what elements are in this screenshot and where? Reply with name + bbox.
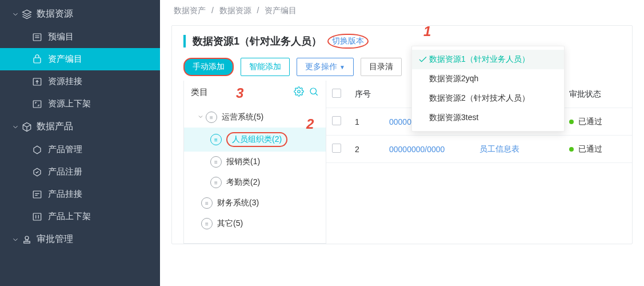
list-bullet-icon: ≡ bbox=[210, 177, 222, 188]
svg-point-25 bbox=[310, 88, 317, 94]
svg-marker-0 bbox=[23, 10, 31, 14]
sidebar-item-asset-catalog[interactable]: 资产编目 bbox=[0, 48, 160, 70]
tree-node-label: 财务系统(3) bbox=[217, 198, 259, 208]
svg-rect-14 bbox=[33, 191, 41, 198]
sidebar-group-approval[interactable]: 审批管理 bbox=[0, 228, 160, 251]
svg-rect-21 bbox=[24, 241, 30, 243]
svg-rect-4 bbox=[34, 58, 41, 63]
sidebar-item-label: 产品上下架 bbox=[48, 211, 91, 222]
cube-icon bbox=[21, 122, 33, 132]
sidebar-item-label: 产品管理 bbox=[48, 144, 82, 155]
sidebar-group-label: 数据资源 bbox=[37, 8, 73, 20]
sidebar-item-product-manage[interactable]: 产品管理 bbox=[0, 138, 160, 161]
sidebar-item-label: 资源上下架 bbox=[48, 98, 91, 109]
check-icon bbox=[418, 54, 429, 65]
dropdown-item-label: 数据资源2yqh bbox=[429, 74, 478, 84]
sidebar-item-product-register[interactable]: 产品注册 bbox=[0, 161, 160, 183]
tree-node-label: 其它(5) bbox=[217, 219, 243, 229]
dropdown-item[interactable]: 数据资源1（针对业务人员） bbox=[412, 50, 564, 69]
checkbox-all[interactable] bbox=[332, 89, 341, 98]
breadcrumb-link[interactable]: 数据资产 bbox=[174, 6, 206, 15]
svg-marker-12 bbox=[34, 146, 41, 154]
switch-version-link[interactable]: 切换版本 bbox=[327, 34, 369, 49]
annotation-1: 1 bbox=[423, 23, 431, 39]
tree-node-finance-system[interactable]: ≡ 财务系统(3) bbox=[184, 193, 326, 213]
list-bullet-icon: ≡ bbox=[201, 197, 213, 209]
category-tree: ≡ 运营系统(5) ≡ 人员组织类(2) ≡ 报销类(1) ≡ bbox=[184, 105, 326, 243]
directory-button[interactable]: 目录清 bbox=[361, 58, 402, 76]
layers-icon bbox=[21, 9, 33, 19]
sidebar-item-label: 产品挂接 bbox=[48, 189, 82, 200]
manual-add-button[interactable]: 手动添加 bbox=[183, 58, 234, 76]
row-checkbox[interactable] bbox=[332, 116, 341, 125]
chevron-down-icon bbox=[10, 236, 21, 244]
cube-check-icon bbox=[31, 167, 43, 177]
chevron-down-icon bbox=[10, 123, 21, 131]
cell-name-link[interactable]: 员工信息表 bbox=[474, 136, 564, 163]
sidebar-item-precatalog[interactable]: 预编目 bbox=[0, 26, 160, 48]
sidebar-group-data-resource[interactable]: 数据资源 bbox=[0, 2, 160, 26]
cell-seq: 2 bbox=[349, 136, 383, 163]
tree-header: 类目 bbox=[184, 81, 326, 105]
list-icon bbox=[31, 32, 43, 42]
more-ops-label: 更多操作 bbox=[305, 62, 337, 71]
breadcrumb-link[interactable]: 数据资源 bbox=[219, 6, 251, 15]
dropdown-item[interactable]: 数据资源2yqh bbox=[412, 69, 564, 89]
smart-add-button[interactable]: 智能添加 bbox=[241, 58, 290, 76]
svg-point-24 bbox=[298, 90, 301, 93]
tree-node-other[interactable]: ≡ 其它(5) bbox=[184, 213, 326, 234]
sidebar-item-label: 资产编目 bbox=[48, 54, 82, 65]
cube-small-icon bbox=[31, 145, 43, 155]
caret-down-icon: ▼ bbox=[339, 64, 345, 70]
sidebar-item-product-mount[interactable]: 产品挂接 bbox=[0, 183, 160, 205]
sidebar-item-label: 资源挂接 bbox=[48, 76, 82, 87]
dropdown-item-label: 数据资源1（针对业务人员） bbox=[429, 54, 530, 65]
tree-node-expense[interactable]: ≡ 报销类(1) bbox=[184, 152, 326, 172]
breadcrumb: 数据资产 / 数据资源 / 资产编目 bbox=[160, 0, 644, 22]
breadcrumb-sep: / bbox=[257, 6, 259, 15]
row-checkbox[interactable] bbox=[332, 144, 341, 153]
tree-node-label: 报销类(1) bbox=[226, 157, 260, 167]
breadcrumb-current: 资产编目 bbox=[265, 6, 297, 15]
tree-node-personnel-org[interactable]: ≡ 人员组织类(2) bbox=[184, 128, 326, 152]
panel-title: 数据资源1（针对业务人员） bbox=[193, 34, 322, 48]
tree-node-label: 运营系统(5) bbox=[222, 112, 263, 122]
sidebar-group-data-product[interactable]: 数据产品 bbox=[0, 115, 160, 138]
list-bullet-icon: ≡ bbox=[210, 134, 222, 145]
dropdown-item[interactable]: 数据资源2（针对技术人员） bbox=[412, 89, 564, 108]
more-ops-button[interactable]: 更多操作▼ bbox=[297, 58, 354, 76]
category-tree-pane: 类目 ≡ 运营系统(5) ≡ bbox=[183, 81, 326, 244]
dropdown-item[interactable]: 数据资源3test bbox=[412, 108, 564, 128]
main-area: 数据资产 / 数据资源 / 资产编目 数据资源1（针对业务人员） 切换版本 1 … bbox=[160, 0, 644, 286]
sidebar-item-label: 产品注册 bbox=[48, 166, 82, 177]
breadcrumb-sep: / bbox=[211, 6, 214, 15]
updown2-icon bbox=[31, 212, 43, 222]
tree-node-attendance[interactable]: ≡ 考勤类(2) bbox=[184, 172, 326, 193]
tree-node-label: 考勤类(2) bbox=[226, 177, 260, 188]
svg-line-10 bbox=[27, 125, 31, 127]
sidebar-item-resource-onoff[interactable]: 资源上下架 bbox=[0, 93, 160, 115]
dropdown-item-label: 数据资源2（针对技术人员） bbox=[429, 93, 530, 104]
sidebar: 数据资源 预编目 资产编目 资源挂接 资源上下架 数据产品 产品管理 bbox=[0, 0, 160, 286]
list-bullet-icon: ≡ bbox=[206, 112, 217, 123]
stamp-icon bbox=[21, 235, 33, 245]
svg-rect-1 bbox=[33, 34, 41, 41]
svg-line-26 bbox=[315, 93, 317, 95]
cell-seq: 1 bbox=[349, 108, 383, 136]
cell-status: 已通过 bbox=[563, 108, 632, 136]
search-icon[interactable] bbox=[309, 86, 319, 98]
sidebar-item-resource-mount[interactable]: 资源挂接 bbox=[0, 70, 160, 93]
annotation-2: 2 bbox=[306, 116, 314, 132]
gear-icon[interactable] bbox=[294, 86, 304, 98]
list-bullet-icon: ≡ bbox=[201, 218, 213, 229]
sidebar-group-label: 审批管理 bbox=[37, 233, 73, 245]
svg-line-9 bbox=[23, 125, 27, 127]
table-row: 2 00000000/0000 员工信息表 已通过 bbox=[326, 136, 632, 163]
version-dropdown: 数据资源1（针对业务人员） 数据资源2yqh 数据资源2（针对技术人员） 数据资… bbox=[411, 46, 565, 132]
status-text: 已通过 bbox=[578, 117, 602, 126]
table-col-status: 审批状态 bbox=[563, 81, 632, 108]
cell-code-link[interactable]: 00000000/0000 bbox=[383, 136, 474, 163]
sidebar-item-product-onoff[interactable]: 产品上下架 bbox=[0, 205, 160, 228]
status-dot-icon bbox=[569, 147, 574, 152]
tree-node-ops-system[interactable]: ≡ 运营系统(5) bbox=[184, 107, 326, 128]
